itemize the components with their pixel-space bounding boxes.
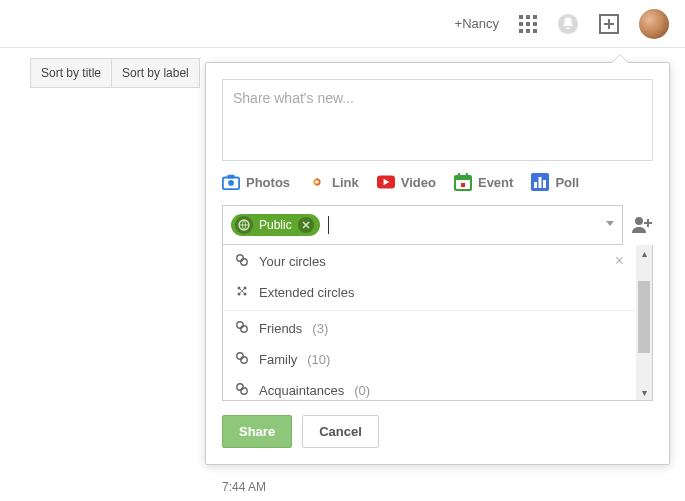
scroll-thumb[interactable] [638,281,650,353]
svg-rect-12 [466,173,468,178]
attach-photos[interactable]: Photos [222,173,290,191]
divider [223,310,636,311]
svg-rect-3 [604,23,614,25]
chip-label: Public [259,218,292,232]
svg-point-29 [241,326,247,332]
audience-chip-public[interactable]: Public [231,214,320,236]
user-label[interactable]: +Nancy [455,16,499,31]
sort-by-title-button[interactable]: Sort by title [30,58,112,88]
option-label: Friends [259,321,302,336]
calendar-icon [454,173,472,191]
circles-icon [235,253,249,270]
svg-point-22 [237,254,243,260]
svg-point-23 [241,258,247,264]
create-post-icon[interactable] [599,14,619,34]
svg-rect-21 [644,222,652,224]
svg-point-33 [241,388,247,394]
poll-icon [531,173,549,191]
scrollbar[interactable]: ▴ ▾ [636,245,652,400]
svg-point-30 [237,353,243,359]
circles-dropdown: Your circles × Extended circles Friends … [222,245,653,401]
attach-poll[interactable]: Poll [531,173,579,191]
circles-option-friends[interactable]: Friends (3) [223,313,636,344]
option-label: Acquaintances [259,383,344,398]
circles-option-acquaintances[interactable]: Acquaintances (0) [223,375,636,400]
attach-photos-label: Photos [246,175,290,190]
cancel-button[interactable]: Cancel [302,415,379,448]
video-icon [377,173,395,191]
add-people-icon[interactable] [631,215,653,236]
scroll-down-icon[interactable]: ▾ [636,384,652,400]
svg-point-6 [228,180,234,186]
attach-video[interactable]: Video [377,173,436,191]
svg-rect-10 [455,176,471,180]
link-icon [308,173,326,191]
option-label: Extended circles [259,285,354,300]
svg-point-32 [237,384,243,390]
circles-option-family[interactable]: Family (10) [223,344,636,375]
audience-row: Public [222,205,653,245]
attachment-row: Photos Link Video Event Poll [222,173,653,191]
option-count: (0) [354,383,370,398]
svg-rect-5 [227,175,234,179]
extended-circles-icon [235,284,249,301]
attach-event-label: Event [478,175,513,190]
audience-input[interactable]: Public [222,205,623,245]
svg-rect-16 [539,177,542,188]
timestamp: 7:44 AM [222,480,266,494]
compose-input[interactable]: Share what's new... [222,79,653,161]
circles-option-extended[interactable]: Extended circles [223,277,636,308]
svg-rect-15 [534,182,537,188]
attach-video-label: Video [401,175,436,190]
circle-icon [235,382,249,399]
close-icon[interactable]: × [615,252,624,270]
circle-icon [235,320,249,337]
option-label: Family [259,352,297,367]
notifications-icon[interactable] [557,13,579,35]
avatar[interactable] [639,9,669,39]
chip-remove-icon[interactable] [298,217,314,233]
svg-rect-13 [461,183,465,187]
dropdown-toggle-icon[interactable] [606,221,614,226]
option-count: (3) [312,321,328,336]
button-row: Share Cancel [222,415,653,448]
top-bar: +Nancy [0,0,685,48]
attach-link-label: Link [332,175,359,190]
attach-event[interactable]: Event [454,173,513,191]
svg-point-19 [635,217,643,225]
apps-grid-icon[interactable] [519,15,537,33]
circles-option-your-circles[interactable]: Your circles × [223,245,636,277]
svg-point-28 [237,322,243,328]
globe-icon [235,216,253,234]
share-panel: Share what's new... Photos Link Video Ev… [205,62,670,465]
attach-poll-label: Poll [555,175,579,190]
sort-by-label-button[interactable]: Sort by label [112,58,200,88]
text-cursor [328,216,329,234]
option-label: Your circles [259,254,326,269]
option-count: (10) [307,352,330,367]
svg-rect-11 [458,173,460,178]
circle-icon [235,351,249,368]
scroll-up-icon[interactable]: ▴ [636,245,652,261]
share-button[interactable]: Share [222,415,292,448]
attach-link[interactable]: Link [308,173,359,191]
camera-icon [222,173,240,191]
svg-point-31 [241,357,247,363]
svg-rect-17 [543,180,546,188]
